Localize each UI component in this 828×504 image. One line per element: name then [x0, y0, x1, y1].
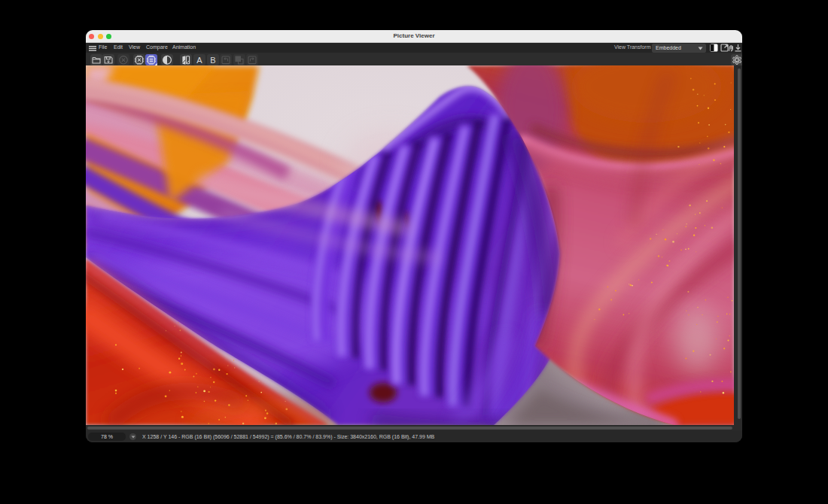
svg-text:B: B: [210, 55, 215, 64]
svg-text:A: A: [196, 55, 202, 64]
